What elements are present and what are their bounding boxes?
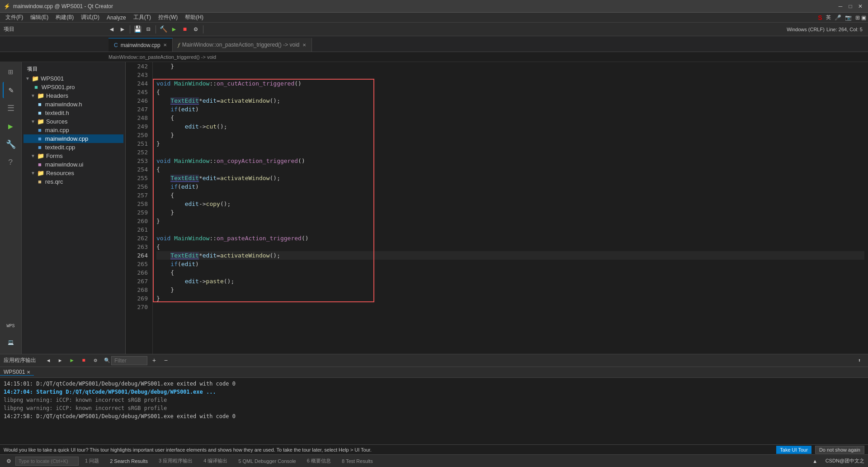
- label-textedit-h: textedit.h: [45, 110, 69, 116]
- output-stop-btn[interactable]: ■: [79, 356, 89, 366]
- tab-mainwindow-cpp[interactable]: C mainwindow.cpp ✕: [108, 38, 173, 52]
- activity-info[interactable]: ☰: [3, 100, 19, 116]
- tree-wps001-pro[interactable]: ■ WPS001.pro: [24, 83, 123, 91]
- file-icon-cpp1: ■: [38, 127, 42, 133]
- minimize-button[interactable]: ─: [836, 2, 844, 10]
- tree-main-cpp[interactable]: ■ main.cpp: [24, 126, 123, 134]
- bottom-tab-search[interactable]: 2 Search Results: [105, 457, 152, 465]
- activity-help[interactable]: ?: [3, 154, 19, 171]
- menu-file[interactable]: 文件(F): [2, 13, 27, 22]
- activity-project[interactable]: 🔧: [3, 136, 19, 152]
- activity-debug[interactable]: ▶: [3, 118, 19, 134]
- tree-mainwindow-ui[interactable]: ■ mainwindow.ui: [24, 160, 123, 169]
- close-button[interactable]: ✕: [856, 2, 864, 10]
- bottom-tab-test[interactable]: 8 Test Results: [337, 457, 377, 465]
- bottom-tab-compile[interactable]: 4 编译输出: [199, 457, 232, 465]
- output-tab-wps001[interactable]: WPS001 ✕: [0, 369, 34, 376]
- tab-breadcrumb[interactable]: 𝑓 MainWindow::on_pasteAction_triggered()…: [173, 38, 312, 52]
- save-all-btn[interactable]: ⊟: [143, 24, 153, 34]
- maximize-button[interactable]: □: [846, 2, 854, 10]
- back-btn[interactable]: ◀: [107, 24, 117, 34]
- sougou-icon: S: [818, 14, 822, 21]
- label-sources: Sources: [46, 118, 68, 125]
- arrow-wps001: ▼: [25, 76, 30, 81]
- code-line-245: {: [156, 88, 864, 96]
- cam-icon: 📷: [845, 14, 852, 21]
- code-line-254: {: [156, 165, 864, 174]
- menu-tools[interactable]: 工具(T): [130, 13, 155, 22]
- stop-btn[interactable]: ■: [180, 24, 190, 34]
- line-col: Line: 264, Col: 5: [826, 27, 863, 32]
- tree-textedit-cpp[interactable]: ■ textedit.cpp: [24, 143, 123, 152]
- tree-mainwindow-h[interactable]: ■ mainwindow.h: [24, 100, 123, 109]
- activity-debug2[interactable]: 💻: [3, 334, 19, 350]
- activity-bottom: WPS 💻: [3, 318, 19, 354]
- output-run-btn[interactable]: ▶: [67, 356, 77, 366]
- tree-res-qrc[interactable]: ■ res.qrc: [24, 177, 123, 186]
- tab-fn-close-btn[interactable]: ✕: [302, 43, 306, 48]
- bottom-tab-summary[interactable]: 6 概要信息: [302, 457, 335, 465]
- tab-fn-label: MainWindow::on_pasteAction_triggered() -…: [182, 42, 300, 48]
- take-tour-btn[interactable]: Take UI Tour: [776, 446, 811, 454]
- label-wps001: WPS001: [41, 75, 64, 82]
- tree-forms[interactable]: ▼ 📁 Forms: [24, 152, 123, 160]
- tree-textedit-h[interactable]: ■ textedit.h: [24, 109, 123, 117]
- save-btn[interactable]: 💾: [132, 24, 142, 34]
- menu-edit[interactable]: 编辑(E): [27, 13, 52, 22]
- code-line-243: [156, 71, 864, 79]
- output-settings-btn[interactable]: ⚙: [90, 356, 100, 366]
- menu-controls[interactable]: 控件(W): [155, 13, 181, 22]
- tree-resources[interactable]: ▼ 📁 Resources: [24, 169, 123, 177]
- code-content[interactable]: } void MainWindow::on_cutAction_triggere…: [153, 62, 868, 354]
- bottom-up-btn[interactable]: ▲: [810, 456, 820, 466]
- code-line-268: }: [156, 286, 864, 294]
- tree-headers[interactable]: ▼ 📁 Headers: [24, 91, 123, 100]
- csdn-watermark: CSDN@团中文之: [826, 457, 864, 464]
- sep2: [156, 25, 156, 33]
- activity-welcome[interactable]: ⊞: [3, 64, 19, 80]
- code-line-259: }: [156, 208, 864, 217]
- output-line-5: libpng warning: iCCP: known incorrect sR…: [4, 404, 864, 412]
- output-add-btn[interactable]: +: [149, 356, 159, 366]
- code-lines: } void MainWindow::on_cutAction_triggere…: [153, 62, 868, 311]
- file-icon-ui: ■: [38, 161, 42, 168]
- tree-sources[interactable]: ▼ 📁 Sources: [24, 117, 123, 126]
- forward-btn[interactable]: ▶: [118, 24, 127, 34]
- no-thanks-btn[interactable]: Do not show again: [815, 446, 864, 454]
- file-icon-qrc: ■: [38, 178, 42, 185]
- menu-build[interactable]: 构建(B): [52, 13, 77, 22]
- code-line-269: }: [156, 294, 864, 303]
- activity-wps[interactable]: WPS: [3, 318, 19, 334]
- sidebar-header: 项目: [22, 62, 125, 74]
- code-editor[interactable]: 242 243 244 245 246 247 248 249 250 251 …: [126, 62, 868, 354]
- output-next-btn[interactable]: ▶: [55, 356, 65, 366]
- tree-mainwindow-cpp[interactable]: ■ mainwindow.cpp: [24, 134, 123, 143]
- code-line-263: {: [156, 243, 864, 251]
- bottom-tab-output[interactable]: 3 应用程序输出: [154, 457, 197, 465]
- code-line-252: [156, 148, 864, 157]
- activity-edit[interactable]: ✎: [3, 82, 19, 98]
- bottom-tab-issues[interactable]: 1 问题: [80, 457, 104, 465]
- output-tab-close[interactable]: ✕: [27, 370, 30, 375]
- bottom-tab-qml[interactable]: 5 QML Debugger Console: [234, 457, 300, 465]
- filter-input[interactable]: [111, 356, 147, 365]
- output-remove-btn[interactable]: −: [161, 356, 171, 366]
- menu-help[interactable]: 帮助(H): [181, 13, 207, 22]
- run-btn[interactable]: ▶: [169, 24, 179, 34]
- notification-bar: Would you like to take a quick UI tour? …: [0, 444, 868, 454]
- tab-label: mainwindow.cpp: [121, 42, 160, 48]
- output-prev-btn[interactable]: ◀: [43, 356, 53, 366]
- menu-debug[interactable]: 调试(D): [77, 13, 103, 22]
- tab-close-btn[interactable]: ✕: [163, 43, 167, 48]
- label-forms: Forms: [46, 152, 63, 159]
- settings-btn[interactable]: ⚙: [191, 24, 201, 34]
- build-btn[interactable]: 🔨: [158, 24, 168, 34]
- bottom-search-input[interactable]: [15, 457, 79, 466]
- tree-wps001[interactable]: ▼ 📁 WPS001: [24, 74, 123, 83]
- notification-text: Would you like to take a quick UI tour? …: [4, 447, 773, 453]
- menu-analyze[interactable]: Analyze: [103, 14, 130, 22]
- bottom-settings-btn[interactable]: ⚙: [4, 456, 14, 466]
- windows-crlf: Windows (CRLF): [787, 27, 825, 32]
- label-main-cpp: main.cpp: [45, 127, 69, 133]
- output-collapse-btn[interactable]: ⬆: [854, 356, 864, 366]
